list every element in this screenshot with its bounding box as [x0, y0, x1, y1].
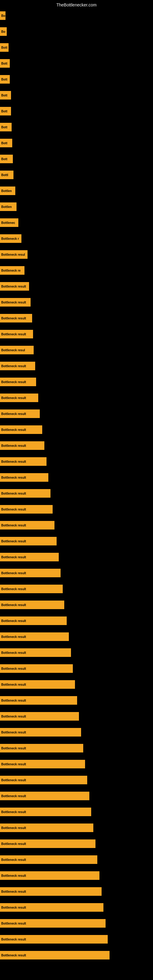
- bar-50: Bottleneck result: [0, 808, 91, 816]
- bar-label-29: Bottleneck result: [1, 476, 26, 479]
- bar-row: Bottleneck result: [0, 390, 153, 406]
- bar-row: Bottleneck result: [0, 868, 153, 883]
- bar-label-9: Bott: [1, 158, 7, 161]
- bar-label-54: Bottleneck result: [1, 874, 26, 877]
- bar-39: Bottleneck result: [0, 632, 69, 641]
- bar-51: Bottleneck result: [0, 824, 93, 832]
- bar-label-17: Bottleneck result: [1, 285, 26, 288]
- bar-1: Bo: [0, 27, 7, 36]
- bar-53: Bottleneck result: [0, 855, 97, 864]
- bar-28: Bottleneck result: [0, 457, 46, 466]
- bar-row: Bottleneck result: [0, 740, 153, 756]
- bar-label-27: Bottleneck result: [1, 444, 26, 447]
- bar-label-43: Bottleneck result: [1, 699, 26, 702]
- bar-label-16: Bottleneck re: [1, 269, 21, 272]
- bar-row: Bottleneck result: [0, 788, 153, 804]
- bar-label-42: Bottleneck result: [1, 683, 26, 686]
- bar-label-55: Bottleneck result: [1, 890, 26, 893]
- bars-container: BoBoBottBottBottBottBottBottBottBottBott…: [0, 8, 153, 963]
- bar-34: Bottleneck result: [0, 553, 59, 562]
- bar-35: Bottleneck result: [0, 569, 61, 577]
- bar-label-53: Bottleneck result: [1, 858, 26, 861]
- bar-label-58: Bottleneck result: [1, 938, 26, 941]
- bar-label-47: Bottleneck result: [1, 762, 26, 766]
- bar-row: Bott: [0, 56, 153, 72]
- bar-5: Bott: [0, 91, 11, 100]
- bar-row: Bottleneck result: [0, 549, 153, 565]
- bar-row: Bottleneck re: [0, 262, 153, 278]
- bar-row: Bo: [0, 8, 153, 24]
- bar-21: Bottleneck resul: [0, 346, 33, 354]
- bar-18: Bottleneck result: [0, 298, 30, 307]
- bar-36: Bottleneck result: [0, 585, 63, 593]
- bar-19: Bottleneck result: [0, 314, 32, 323]
- bar-20: Bottleneck result: [0, 330, 33, 339]
- bar-45: Bottleneck result: [0, 728, 81, 737]
- bar-label-45: Bottleneck result: [1, 731, 26, 734]
- bar-48: Bottleneck result: [0, 776, 87, 784]
- bar-label-14: Bottleneck r: [1, 237, 19, 240]
- bar-37: Bottleneck result: [0, 601, 64, 609]
- bar-row: Bottleneck result: [0, 915, 153, 931]
- bar-row: Bott: [0, 103, 153, 119]
- bar-row: Bottl: [0, 167, 153, 183]
- bar-row: Bottleneck result: [0, 708, 153, 724]
- bar-15: Bottleneck resul: [0, 250, 27, 259]
- bar-row: Bottleneck result: [0, 597, 153, 613]
- bar-label-18: Bottleneck result: [1, 301, 26, 304]
- bar-label-52: Bottleneck result: [1, 842, 26, 846]
- bar-label-8: Bott: [1, 142, 7, 145]
- bar-22: Bottleneck result: [0, 362, 35, 370]
- bar-label-35: Bottleneck result: [1, 571, 26, 575]
- bar-row: Bottleneck result: [0, 836, 153, 852]
- bar-label-49: Bottleneck result: [1, 794, 26, 798]
- bar-row: Bottleneck resul: [0, 342, 153, 358]
- bar-row: Bottleneck result: [0, 883, 153, 899]
- bar-29: Bottleneck result: [0, 473, 48, 482]
- bar-row: Bott: [0, 119, 153, 135]
- bar-label-38: Bottleneck result: [1, 619, 26, 623]
- bar-label-0: Bo: [1, 14, 5, 18]
- bar-row: Bo: [0, 24, 153, 40]
- bar-label-7: Bott: [1, 126, 7, 129]
- bar-44: Bottleneck result: [0, 712, 79, 721]
- bar-row: Bottleneck result: [0, 501, 153, 517]
- bar-label-30: Bottleneck result: [1, 492, 26, 495]
- bar-label-22: Bottleneck result: [1, 364, 26, 368]
- bar-41: Bottleneck result: [0, 664, 73, 673]
- bar-row: Bottleneck result: [0, 469, 153, 485]
- bar-label-40: Bottleneck result: [1, 651, 26, 654]
- bar-row: Bottleneck result: [0, 374, 153, 390]
- bar-30: Bottleneck result: [0, 489, 51, 498]
- bar-label-41: Bottleneck result: [1, 667, 26, 670]
- bar-10: Bottl: [0, 170, 13, 179]
- bar-label-26: Bottleneck result: [1, 428, 26, 431]
- bar-14: Bottleneck r: [0, 234, 21, 243]
- bar-row: Bott: [0, 72, 153, 87]
- bar-25: Bottleneck result: [0, 409, 40, 418]
- bar-row: Bottleneck resul: [0, 247, 153, 262]
- bar-12: Bottlen: [0, 202, 16, 211]
- bar-label-39: Bottleneck result: [1, 635, 26, 638]
- bar-row: Bottleneck result: [0, 517, 153, 533]
- bar-3: Bott: [0, 59, 10, 68]
- bar-row: Bottleneck result: [0, 660, 153, 676]
- bar-row: Bottleneck result: [0, 326, 153, 342]
- bar-49: Bottleneck result: [0, 792, 89, 800]
- bar-row: Bottleneck result: [0, 931, 153, 947]
- bar-label-10: Bottl: [1, 173, 8, 177]
- bar-57: Bottleneck result: [0, 919, 105, 928]
- site-title: TheBottlenecker.com: [0, 0, 153, 9]
- bar-row: Bottleneck result: [0, 645, 153, 660]
- bar-label-37: Bottleneck result: [1, 603, 26, 607]
- bar-label-33: Bottleneck result: [1, 539, 26, 543]
- bar-23: Bottleneck result: [0, 378, 36, 386]
- bar-label-6: Bott: [1, 110, 7, 113]
- bar-label-5: Bott: [1, 94, 7, 97]
- bar-row: Bottleneck result: [0, 629, 153, 645]
- bar-59: Bottleneck result: [0, 951, 110, 959]
- bar-label-4: Bott: [1, 78, 7, 81]
- bar-label-44: Bottleneck result: [1, 715, 26, 718]
- bar-row: Bottleneck result: [0, 358, 153, 374]
- bar-label-59: Bottleneck result: [1, 954, 26, 957]
